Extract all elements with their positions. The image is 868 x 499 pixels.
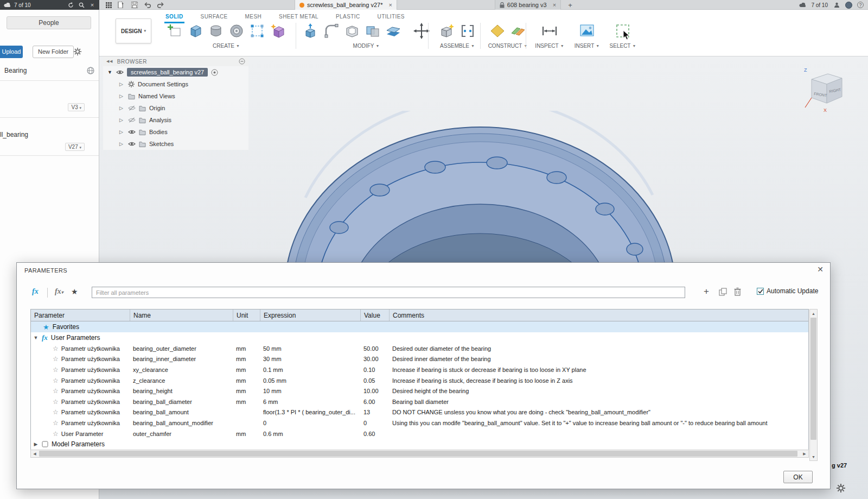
panel-settings-gear-icon[interactable] <box>74 48 81 55</box>
checkbox-checked-icon[interactable] <box>757 288 764 295</box>
expand-icon[interactable]: ▷ <box>119 117 125 123</box>
version-dropdown[interactable]: V27 ▾ <box>65 143 85 151</box>
redo-icon[interactable] <box>157 1 164 9</box>
parameter-expression[interactable]: 6 mm <box>260 399 360 405</box>
scrollbar-thumb[interactable] <box>810 318 816 440</box>
globe-icon[interactable] <box>87 67 94 74</box>
parameter-row[interactable]: ☆Parametr użytkownika xy_clearance mm 0.… <box>31 364 808 375</box>
visibility-eye-off-icon[interactable] <box>128 117 136 123</box>
parameter-row[interactable]: ☆Parametr użytkownika bearing_ball_amoun… <box>31 407 808 418</box>
search-icon[interactable] <box>78 1 85 9</box>
combine-icon[interactable] <box>363 22 382 40</box>
column-header-comments[interactable]: Comments <box>389 309 808 321</box>
expand-icon[interactable]: ▷ <box>119 93 125 99</box>
user-parameters-group-row[interactable]: ▼ fx User Parameters <box>31 332 808 343</box>
visibility-eye-icon[interactable] <box>128 141 136 147</box>
save-icon[interactable] <box>131 1 138 9</box>
version-dropdown[interactable]: V3 ▾ <box>68 103 85 111</box>
scroll-down-icon[interactable]: ▼ <box>810 453 817 460</box>
parameter-comments[interactable]: DO NOT CHANGE unsless you know what you … <box>389 409 808 415</box>
expand-icon[interactable]: ▷ <box>119 81 125 87</box>
settings-gear-icon[interactable] <box>837 484 845 492</box>
parameter-name[interactable]: bearing_ball_amount <box>130 409 233 415</box>
add-parameter-icon[interactable]: + <box>704 286 709 297</box>
tab-close-icon[interactable]: × <box>553 2 556 8</box>
extrude-box-icon[interactable] <box>186 22 205 40</box>
parameter-row[interactable]: ☆Parametr użytkownika bearing_height mm … <box>31 386 808 396</box>
parameter-name[interactable]: bearing_height <box>130 388 233 394</box>
create-form-icon[interactable] <box>269 22 287 40</box>
insert-image-icon[interactable] <box>578 22 596 40</box>
horizontal-scrollbar[interactable]: ◀ ▶ <box>30 450 809 458</box>
construction-axis-icon[interactable] <box>509 22 527 40</box>
project-row[interactable]: Bearing <box>4 67 94 74</box>
group-label-modify[interactable]: MODIFY▼ <box>353 43 380 49</box>
parameter-name[interactable]: z_clearance <box>130 377 233 384</box>
fillet-icon[interactable] <box>322 22 341 40</box>
shell-icon[interactable] <box>343 22 361 40</box>
parameter-name[interactable]: bearing_ball_diameter <box>130 399 233 405</box>
parameter-comments[interactable]: Desired inner diameter of the bearing <box>389 356 808 362</box>
offset-face-icon[interactable] <box>384 22 403 40</box>
parameter-row[interactable]: ☆Parametr użytkownika bearing_ball_diame… <box>31 396 808 407</box>
visibility-eye-icon[interactable] <box>128 129 136 135</box>
copy-parameter-icon[interactable] <box>719 288 727 296</box>
parameter-expression[interactable]: 0.6 mm <box>260 431 360 437</box>
group-label-select[interactable]: SELECT▼ <box>610 43 636 49</box>
activate-target-icon[interactable] <box>211 69 218 76</box>
parameter-name[interactable]: bearing_outer_diameter <box>130 345 233 352</box>
document-tab-active[interactable]: screwless_ball_bearing v27* × <box>295 0 397 10</box>
new-tab-icon[interactable]: + <box>566 1 574 9</box>
construction-plane-icon[interactable] <box>488 22 507 40</box>
collapse-all-icon[interactable] <box>239 58 245 65</box>
new-folder-button[interactable]: New Folder <box>33 46 74 58</box>
parameter-name[interactable]: xy_clearance <box>130 367 233 373</box>
parameter-row[interactable]: ☆Parametr użytkownika bearing_inner_diam… <box>31 354 808 365</box>
favorite-toggle-icon[interactable]: ☆ <box>53 398 59 406</box>
scrollbar-thumb[interactable] <box>39 451 797 457</box>
help-icon[interactable]: ? <box>857 2 864 8</box>
column-header-name[interactable]: Name <box>130 309 233 321</box>
scroll-left-icon[interactable]: ◀ <box>31 450 39 457</box>
parameter-expression[interactable]: 0.1 mm <box>260 367 360 373</box>
automatic-update-toggle[interactable]: Automatic Update <box>757 287 818 295</box>
filter-parameters-input[interactable] <box>92 287 685 298</box>
column-header-value[interactable]: Value <box>360 309 389 321</box>
press-pull-icon[interactable] <box>302 22 320 40</box>
user-avatar[interactable] <box>845 2 852 9</box>
group-label-inspect[interactable]: INSPECT▼ <box>535 43 564 49</box>
favorites-filter-icon[interactable]: ★ <box>71 287 78 296</box>
parameter-expression[interactable]: 10 mm <box>260 388 360 394</box>
parameter-expression[interactable]: floor(1.3 * PI * ( bearing_outer_di... <box>260 409 360 415</box>
parameter-comments[interactable]: Increase if bearing is stuck, decrease i… <box>389 377 808 384</box>
scroll-up-icon[interactable]: ▲ <box>810 309 817 317</box>
favorite-toggle-icon[interactable]: ☆ <box>53 430 59 438</box>
joint-icon[interactable] <box>458 22 477 40</box>
dialog-close-icon[interactable]: ✕ <box>817 265 824 274</box>
expand-icon[interactable]: ▷ <box>119 129 125 135</box>
expand-icon[interactable]: ▼ <box>107 70 113 75</box>
browser-item-named-views[interactable]: ▷ Named Views <box>103 90 248 102</box>
browser-item-bodies[interactable]: ▷ Bodies <box>103 126 248 138</box>
delete-parameter-icon[interactable] <box>734 287 741 296</box>
close-panel-icon[interactable]: × <box>88 1 96 9</box>
column-header-unit[interactable]: Unit <box>233 309 260 321</box>
expand-group-icon[interactable]: ▶ <box>33 441 39 447</box>
upload-button[interactable]: Upload <box>0 46 23 58</box>
group-label-insert[interactable]: INSERT▼ <box>575 43 599 49</box>
visibility-eye-icon[interactable] <box>116 70 124 75</box>
favorites-group-row[interactable]: ★ Favorites <box>31 321 808 332</box>
browser-item-origin[interactable]: ▷ Origin <box>103 102 248 114</box>
favorite-toggle-icon[interactable]: ☆ <box>53 419 59 427</box>
hole-icon[interactable] <box>227 22 246 40</box>
pattern-icon[interactable] <box>248 22 266 40</box>
collapse-group-icon[interactable]: ▼ <box>33 335 39 340</box>
parameter-row[interactable]: ☆Parametr użytkownika bearing_ball_amoun… <box>31 418 808 428</box>
parameter-expression[interactable]: 0.05 mm <box>260 377 360 384</box>
new-component-icon[interactable] <box>438 22 456 40</box>
column-header-expression[interactable]: Expression <box>260 309 360 321</box>
parameter-row[interactable]: ☆Parametr użytkownika bearing_outer_diam… <box>31 343 808 354</box>
add-user-parameter-icon[interactable]: fx <box>32 287 39 296</box>
document-tab-inactive[interactable]: 608 bearing v3 × <box>495 0 561 10</box>
favorite-toggle-icon[interactable]: ☆ <box>53 355 59 363</box>
